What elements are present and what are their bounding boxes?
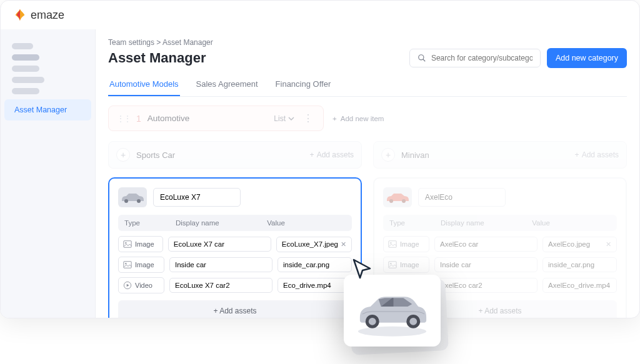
- search-box[interactable]: [409, 49, 541, 67]
- value-field[interactable]: inside_car.png: [542, 257, 617, 272]
- header: Asset Manager Add new category: [108, 48, 627, 68]
- value-field[interactable]: inside_car.png: [278, 257, 352, 272]
- subcat-title: Minivan: [401, 150, 569, 160]
- display-name-input[interactable]: [169, 257, 272, 272]
- display-name-input[interactable]: [434, 257, 538, 272]
- asset-name-input[interactable]: [418, 188, 506, 207]
- display-name-input[interactable]: [168, 237, 271, 252]
- display-name-input[interactable]: [434, 278, 538, 293]
- table-row: Image AxelEco.jpeg✕: [383, 236, 617, 252]
- add-assets-link[interactable]: +Add assets: [310, 150, 354, 159]
- col-type: Type: [124, 219, 171, 227]
- plus-icon: +: [478, 307, 482, 315]
- sidebar-skeleton: [12, 88, 39, 94]
- subcat-title: Sports Car: [136, 150, 304, 160]
- asset-card: Type Display name Value Image EcoLuxe_X7…: [108, 177, 362, 318]
- asset-thumbnail[interactable]: [383, 187, 412, 207]
- logo-text: emaze: [31, 9, 64, 22]
- sidebar-item-asset-manager[interactable]: Asset Manager: [4, 99, 91, 121]
- plus-icon: +: [332, 115, 337, 122]
- table-row: Image EcoLuxe_X7.jpeg✕: [118, 236, 352, 252]
- kebab-menu-icon[interactable]: ⋮: [301, 112, 316, 124]
- add-assets-link[interactable]: +Add assets: [575, 150, 619, 159]
- breadcrumb[interactable]: Team settings > Asset Manager: [108, 38, 627, 47]
- tab-automotive-models[interactable]: Automotive Models: [108, 74, 180, 96]
- svg-point-10: [402, 199, 406, 203]
- remove-icon[interactable]: ✕: [606, 240, 611, 248]
- value-field[interactable]: EcoLuxe_X7.jpeg✕: [276, 237, 352, 252]
- collapse-button[interactable]: +: [116, 148, 130, 162]
- category-bar: ⋮⋮ 1 Automotive List ⋮ +Add new item: [108, 106, 627, 131]
- svg-point-18: [369, 317, 376, 325]
- svg-rect-6: [124, 262, 131, 268]
- sidebar-skeleton: [12, 54, 39, 61]
- drag-handle-icon[interactable]: ⋮⋮: [116, 114, 130, 124]
- plus-icon: +: [213, 307, 218, 315]
- sidebar-skeleton: [12, 66, 39, 72]
- display-name-input[interactable]: [169, 278, 272, 293]
- sidebar-skeleton: [12, 43, 33, 49]
- asset-name-input[interactable]: [153, 188, 241, 207]
- value-field[interactable]: Eco_drive.mp4: [278, 278, 352, 293]
- header-actions: Add new category: [409, 48, 627, 68]
- svg-point-7: [125, 263, 126, 264]
- type-selector[interactable]: Video: [118, 277, 164, 293]
- remove-icon[interactable]: ✕: [341, 240, 346, 248]
- type-selector[interactable]: Image: [118, 236, 163, 252]
- add-category-button[interactable]: Add new category: [547, 48, 627, 68]
- floating-image-card[interactable]: [344, 275, 441, 347]
- type-selector[interactable]: Image: [118, 257, 164, 273]
- svg-line-1: [423, 59, 426, 62]
- collapse-button[interactable]: +: [381, 148, 395, 162]
- logo-bar: emaze: [1, 1, 639, 29]
- svg-rect-4: [124, 241, 131, 248]
- svg-point-5: [125, 242, 126, 243]
- car-icon: [384, 190, 411, 205]
- table-row: Video Eco_drive.mp4: [118, 277, 352, 293]
- col-display-name: Display name: [441, 219, 527, 227]
- col-value: Value: [267, 219, 346, 227]
- table-header: Type Display name Value: [118, 215, 352, 231]
- car-image-icon: [349, 283, 436, 339]
- plus-icon: +: [310, 150, 314, 159]
- svg-rect-13: [389, 262, 396, 268]
- svg-point-16: [358, 326, 426, 336]
- svg-rect-11: [389, 241, 396, 248]
- image-icon: [123, 260, 132, 269]
- svg-point-12: [390, 242, 391, 243]
- asset-thumbnail[interactable]: [118, 187, 147, 207]
- col-value: Value: [532, 219, 611, 227]
- type-selector[interactable]: Image: [383, 236, 429, 252]
- sidebar: Asset Manager: [1, 29, 96, 318]
- video-icon: [123, 281, 132, 290]
- body: Asset Manager Team settings > Asset Mana…: [1, 29, 639, 318]
- value-field[interactable]: AxelEco_drive.mp4: [542, 278, 617, 293]
- tab-sales-agreement[interactable]: Sales Agreement: [195, 74, 259, 96]
- svg-point-3: [137, 199, 141, 203]
- svg-point-0: [419, 55, 424, 60]
- category-number: 1: [136, 114, 141, 124]
- table-header: Type Display name Value: [383, 215, 617, 231]
- table-row: Image inside_car.png: [118, 257, 352, 273]
- logo-icon: [13, 8, 27, 22]
- category-pill[interactable]: ⋮⋮ 1 Automotive List ⋮: [108, 106, 324, 131]
- view-toggle[interactable]: List: [274, 114, 294, 123]
- svg-point-20: [409, 317, 417, 325]
- tab-financing-offer[interactable]: Financing Offer: [274, 74, 332, 96]
- add-new-item-button[interactable]: +Add new item: [332, 115, 384, 122]
- category-name: Automotive: [148, 114, 268, 123]
- type-selector[interactable]: Image: [383, 257, 429, 273]
- sidebar-skeleton: [12, 77, 44, 83]
- plus-icon: +: [575, 150, 579, 159]
- asset-head: [118, 187, 352, 207]
- display-name-input[interactable]: [434, 237, 538, 252]
- svg-point-2: [124, 199, 128, 203]
- value-field[interactable]: AxelEco.jpeg✕: [542, 237, 617, 252]
- search-icon: [418, 54, 426, 62]
- add-assets-button[interactable]: + Add assets: [118, 300, 352, 318]
- search-input[interactable]: [431, 54, 532, 62]
- logo[interactable]: emaze: [13, 8, 64, 22]
- col-type: Type: [389, 219, 436, 227]
- page-title: Asset Manager: [108, 50, 206, 66]
- car-icon: [119, 190, 146, 205]
